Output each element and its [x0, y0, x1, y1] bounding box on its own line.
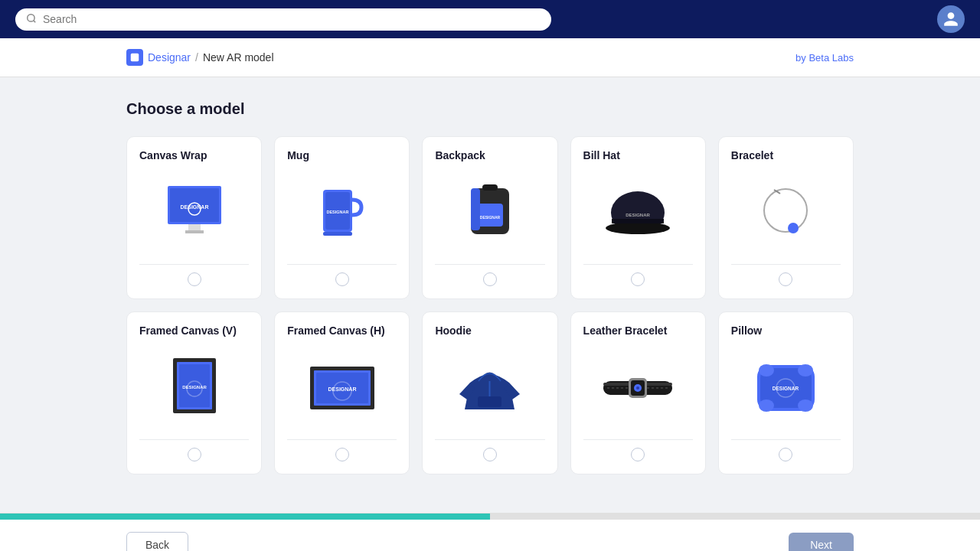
- model-label: Framed Canvas (V): [139, 324, 237, 337]
- model-image-area: DESIGNAR: [583, 171, 693, 255]
- model-image-area: DESIGNAR: [139, 171, 249, 255]
- model-label: Bill Hat: [583, 149, 620, 161]
- card-radio[interactable]: [435, 272, 544, 286]
- designar-logo: [126, 49, 143, 66]
- model-card-bracelet[interactable]: Bracelet: [718, 136, 854, 299]
- canvas-wrap-image: DESIGNAR: [156, 178, 233, 247]
- svg-line-1: [34, 20, 36, 22]
- card-divider: [139, 264, 249, 265]
- svg-point-42: [636, 386, 639, 390]
- radio-button[interactable]: [188, 448, 201, 461]
- card-radio[interactable]: [287, 272, 397, 286]
- card-radio[interactable]: [731, 448, 841, 461]
- model-image-area: DESIGNAR: [287, 346, 397, 430]
- svg-rect-15: [482, 184, 498, 191]
- svg-point-49: [759, 399, 774, 412]
- model-card-framed-canvas-h[interactable]: Framed Canvas (H) DESIGNAR: [274, 311, 410, 474]
- model-image-area: [435, 346, 544, 430]
- model-card-framed-canvas-v[interactable]: Framed Canvas (V) DESIGNAR: [126, 311, 262, 474]
- model-image-area: [731, 171, 841, 255]
- radio-button[interactable]: [779, 272, 792, 286]
- by-label: by Beta Labs: [795, 52, 854, 64]
- model-label: Hoodie: [435, 324, 471, 337]
- model-image-area: DESIGNAR: [435, 171, 544, 255]
- back-button[interactable]: Back: [126, 532, 188, 551]
- hoodie-image: [453, 352, 526, 425]
- card-radio[interactable]: [139, 448, 249, 461]
- bottom-actions: Back Next: [0, 520, 980, 551]
- radio-button[interactable]: [483, 448, 497, 461]
- svg-point-23: [788, 223, 799, 233]
- svg-rect-7: [188, 224, 201, 230]
- search-icon: [26, 13, 37, 26]
- card-divider: [583, 264, 693, 265]
- radio-button[interactable]: [335, 272, 349, 286]
- search-input[interactable]: [43, 13, 541, 25]
- card-divider: [435, 439, 544, 440]
- radio-button[interactable]: [631, 272, 645, 286]
- model-label: Leather Bracelet: [583, 324, 668, 337]
- leather-bracelet-image: [599, 361, 676, 415]
- model-label: Bracelet: [731, 149, 773, 161]
- card-divider: [435, 264, 544, 265]
- model-image-area: [583, 346, 693, 430]
- breadcrumb: Designar / New AR model: [126, 49, 274, 66]
- avatar[interactable]: [937, 5, 965, 33]
- model-card-canvas-wrap[interactable]: Canvas Wrap DESIGNAR: [126, 136, 262, 299]
- svg-text:DESIGNAR: DESIGNAR: [326, 210, 348, 214]
- radio-button[interactable]: [335, 448, 349, 461]
- top-navigation: [0, 0, 980, 38]
- svg-text:DESIGNAR: DESIGNAR: [328, 386, 356, 392]
- card-divider: [583, 439, 693, 440]
- svg-point-50: [798, 399, 813, 412]
- radio-button[interactable]: [483, 272, 497, 286]
- card-divider: [287, 264, 397, 265]
- model-card-hoodie[interactable]: Hoodie: [422, 311, 557, 474]
- model-label: Mug: [287, 149, 309, 161]
- svg-text:DESIGNAR: DESIGNAR: [480, 215, 501, 220]
- svg-rect-8: [185, 230, 204, 233]
- model-image-area: DESIGNAR: [287, 171, 397, 255]
- breadcrumb-bar: Designar / New AR model by Beta Labs: [0, 38, 980, 77]
- svg-point-22: [764, 189, 807, 232]
- model-card-backpack[interactable]: Backpack DESIGNAR: [422, 136, 557, 299]
- model-label: Pillow: [731, 324, 762, 337]
- card-radio[interactable]: [583, 272, 693, 286]
- svg-point-19: [606, 222, 670, 234]
- progress-bar: [0, 514, 980, 520]
- svg-text:DESIGNAR: DESIGNAR: [180, 204, 208, 210]
- model-card-bill-hat[interactable]: Bill Hat DESIGNAR: [570, 136, 706, 299]
- page-title: Choose a model: [126, 100, 854, 118]
- model-image-area: DESIGNAR: [139, 346, 249, 430]
- card-radio[interactable]: [139, 272, 249, 286]
- framed-canvas-v-image: DESIGNAR: [164, 352, 225, 425]
- card-radio[interactable]: [435, 448, 544, 461]
- svg-rect-20: [612, 219, 664, 223]
- svg-rect-35: [478, 396, 501, 407]
- model-card-pillow[interactable]: Pillow DESIGNAR: [718, 311, 854, 474]
- card-radio[interactable]: [287, 448, 397, 461]
- svg-text:DESIGNAR: DESIGNAR: [182, 385, 207, 390]
- framed-canvas-h-image: DESIGNAR: [304, 357, 381, 419]
- card-divider: [731, 264, 841, 265]
- search-bar[interactable]: [15, 8, 551, 31]
- breadcrumb-separator: /: [195, 51, 198, 64]
- card-radio[interactable]: [583, 448, 693, 461]
- radio-button[interactable]: [188, 272, 201, 286]
- svg-point-47: [759, 364, 774, 377]
- card-radio[interactable]: [731, 272, 841, 286]
- model-label: Backpack: [435, 149, 485, 161]
- svg-rect-16: [471, 188, 480, 230]
- model-card-leather-bracelet[interactable]: Leather Bracelet: [570, 311, 706, 474]
- svg-point-0: [28, 14, 34, 21]
- model-card-mug[interactable]: Mug DESIGNAR: [274, 136, 410, 299]
- next-button[interactable]: Next: [789, 533, 854, 551]
- svg-rect-12: [323, 232, 352, 236]
- radio-button[interactable]: [779, 448, 792, 461]
- main-content: Choose a model Canvas Wrap DESIGNAR: [0, 77, 980, 497]
- progress-bar-fill: [0, 514, 490, 520]
- mug-image: DESIGNAR: [312, 178, 373, 247]
- breadcrumb-home-link[interactable]: Designar: [148, 51, 191, 64]
- radio-button[interactable]: [631, 448, 645, 461]
- svg-text:DESIGNAR: DESIGNAR: [626, 213, 650, 217]
